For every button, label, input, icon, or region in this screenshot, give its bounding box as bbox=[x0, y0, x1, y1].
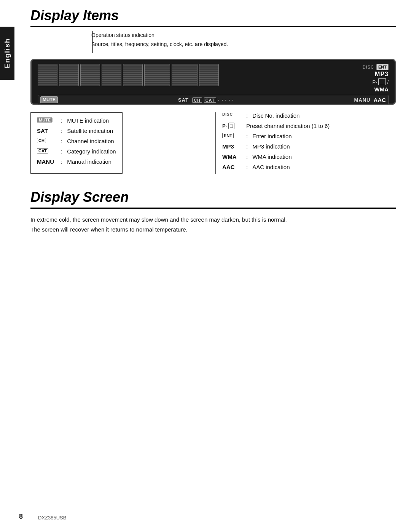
digit-8 bbox=[199, 64, 219, 86]
wma-label: WMA bbox=[374, 86, 389, 93]
sat-text: SAT bbox=[178, 97, 189, 103]
page-number: 8 bbox=[19, 513, 23, 521]
screen-body: In extreme cold, the screen movement may… bbox=[30, 215, 396, 234]
device-bottom-sat-ch-cat: SAT CH CAT · · · · · bbox=[61, 97, 351, 103]
aac-text: AAC bbox=[374, 97, 386, 103]
preset-box bbox=[378, 78, 386, 85]
digit-1 bbox=[38, 64, 57, 86]
p-preset-row: P- / bbox=[372, 78, 389, 85]
desc-mp3-label: MP3 bbox=[222, 143, 243, 150]
desc-mute: MUTE : MUTE indication bbox=[37, 117, 116, 124]
ch-badge: CH bbox=[192, 97, 202, 103]
desc-wma-label: WMA bbox=[222, 153, 243, 160]
desc-ch-text: Channel indication bbox=[67, 138, 116, 144]
digit-5 bbox=[123, 64, 143, 86]
slash-char: / bbox=[387, 79, 389, 85]
mute-badge-small: MUTE bbox=[37, 117, 53, 123]
sidebar-english-label: English bbox=[3, 38, 11, 68]
disc-small-label: DISC bbox=[222, 112, 233, 117]
digit-7 bbox=[172, 64, 198, 86]
left-descriptions: MUTE : MUTE indication SAT : Satellite i… bbox=[30, 112, 204, 174]
digit-6 bbox=[144, 64, 170, 86]
cat-badge-small: CAT bbox=[37, 148, 48, 153]
device-display-panel: DISC ENT MP3 P- / WMA MUTE SAT CH CAT · … bbox=[30, 59, 396, 105]
desc-wma: WMA : WMA indication bbox=[222, 153, 396, 160]
digit-4 bbox=[102, 64, 121, 86]
desc-mute-label: MUTE bbox=[37, 117, 58, 123]
desc-ent-text: Enter indication bbox=[252, 133, 396, 139]
right-indicators: DISC ENT MP3 P- / WMA bbox=[347, 64, 389, 93]
manu-text: MANU bbox=[354, 97, 371, 103]
screen-section-title: Display Screen bbox=[30, 189, 396, 209]
desc-aac-label: AAC bbox=[222, 164, 243, 170]
annotation-line2: Source, titles, frequency, setting, cloc… bbox=[91, 40, 228, 49]
desc-ch: CH : Channel indication bbox=[37, 138, 116, 144]
desc-disc-label: DISC bbox=[222, 112, 243, 117]
desc-preset: P- □ Preset channel indication (1 to 6) bbox=[222, 123, 396, 129]
bottom-dots: · · · · · bbox=[218, 97, 234, 103]
mute-badge: MUTE bbox=[40, 96, 58, 103]
device-top-row: DISC ENT MP3 P- / WMA bbox=[38, 64, 389, 93]
desc-mp3: MP3 : MP3 indication bbox=[222, 143, 396, 150]
cat-badge: CAT bbox=[204, 97, 217, 103]
mp3-label: MP3 bbox=[375, 71, 389, 78]
screen-body-line1: In extreme cold, the screen movement may… bbox=[30, 215, 396, 225]
device-bottom-row: MUTE SAT CH CAT · · · · · MANU AAC bbox=[38, 95, 389, 105]
desc-sat: SAT : Satellite indication bbox=[37, 128, 116, 134]
screen-section: Display Screen In extreme cold, the scre… bbox=[30, 189, 396, 234]
desc-ch-label: CH bbox=[37, 138, 58, 143]
desc-manu-text: Manual indication bbox=[67, 158, 116, 165]
p-text: P- bbox=[372, 79, 377, 85]
right-descriptions: DISC : Disc No. indication P- □ Preset c… bbox=[215, 112, 396, 174]
preset-icon: □ bbox=[228, 123, 234, 129]
desc-wma-text: WMA indication bbox=[252, 153, 396, 160]
desc-aac-text: AAC indication bbox=[252, 164, 396, 170]
desc-ent: ENT : Enter indication bbox=[222, 133, 396, 139]
desc-cat: CAT : Category indication bbox=[37, 148, 116, 155]
annotation-line1: Operation status indication bbox=[91, 31, 228, 40]
p-prefix: P- bbox=[222, 123, 227, 129]
annotation-area: Operation status indication Source, titl… bbox=[30, 31, 396, 54]
main-content: Display Items Operation status indicatio… bbox=[19, 0, 411, 249]
desc-disc-text: Disc No. indication bbox=[252, 112, 396, 119]
desc-mp3-text: MP3 indication bbox=[252, 143, 396, 150]
desc-cat-label: CAT bbox=[37, 148, 58, 153]
desc-manu-label: MANU bbox=[37, 158, 58, 165]
desc-preset-text: Preset channel indication (1 to 6) bbox=[246, 123, 396, 129]
digit-3 bbox=[80, 64, 100, 86]
ch-badge-small: CH bbox=[37, 138, 46, 143]
ent-badge: ENT bbox=[376, 64, 389, 70]
desc-cat-text: Category indication bbox=[67, 148, 116, 155]
annotation-pointer bbox=[89, 31, 95, 54]
desc-sat-text: Satellite indication bbox=[67, 128, 116, 134]
desc-sat-label: SAT bbox=[37, 128, 58, 134]
descriptions-section: MUTE : MUTE indication SAT : Satellite i… bbox=[30, 112, 396, 174]
ent-badge-small: ENT bbox=[222, 133, 234, 138]
model-number: DXZ385USB bbox=[38, 515, 66, 521]
desc-aac: AAC : AAC indication bbox=[222, 164, 396, 170]
digit-2 bbox=[59, 64, 79, 86]
disc-ent-row: DISC ENT bbox=[363, 64, 389, 70]
desc-disc: DISC : Disc No. indication bbox=[222, 112, 396, 119]
sidebar-english: English bbox=[0, 27, 14, 80]
left-desc-box: MUTE : MUTE indication SAT : Satellite i… bbox=[30, 112, 123, 174]
desc-preset-label: P- □ bbox=[222, 123, 243, 129]
desc-ent-label: ENT bbox=[222, 133, 243, 138]
disc-label: DISC bbox=[363, 65, 374, 69]
desc-mute-text: MUTE indication bbox=[67, 117, 116, 124]
screen-body-line2: The screen will recover when it returns … bbox=[30, 225, 396, 235]
desc-manu: MANU : Manual indication bbox=[37, 158, 116, 165]
page-title: Display Items bbox=[30, 8, 396, 27]
digits-display bbox=[38, 64, 219, 86]
